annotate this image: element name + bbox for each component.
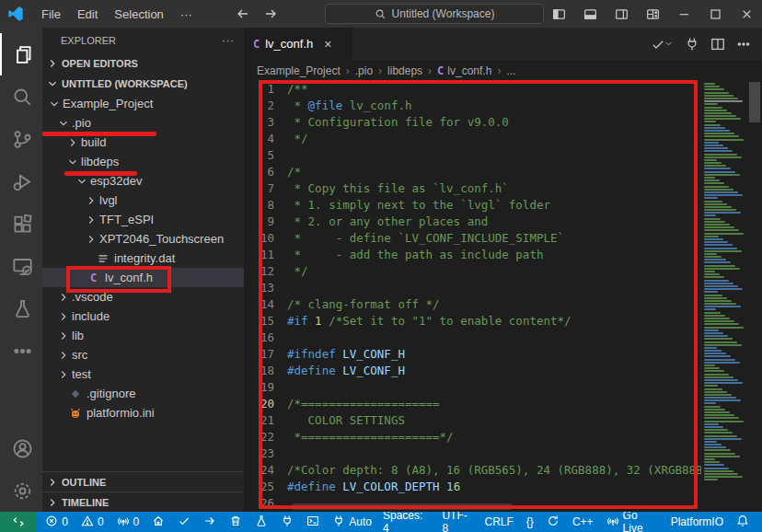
- minimap-line: [704, 456, 740, 457]
- status-eol[interactable]: CRLF: [479, 512, 519, 532]
- activity-extensions[interactable]: [0, 202, 42, 245]
- breadcrumb-item[interactable]: ...: [506, 64, 515, 77]
- plug-icon[interactable]: [685, 37, 699, 52]
- section-workspace[interactable]: UNTITLED (WORKSPACE): [42, 74, 244, 94]
- tree-item-tft-espi[interactable]: TFT_eSPI: [42, 210, 244, 229]
- command-center-search[interactable]: Untitled (Workspace): [325, 4, 544, 24]
- section-open-editors[interactable]: OPEN EDITORS: [42, 53, 244, 74]
- minimap-line: [704, 479, 718, 480]
- section-outline[interactable]: OUTLINE: [42, 471, 244, 492]
- arrow-right-icon: [203, 515, 216, 530]
- status-go-live[interactable]: Go Live: [601, 512, 664, 532]
- sidebar-more-actions[interactable]: ···: [222, 35, 235, 46]
- split-editor-icon[interactable]: [710, 37, 725, 52]
- status-pio-build[interactable]: [172, 512, 196, 532]
- close-button[interactable]: [731, 0, 762, 28]
- chevron-right-icon: [57, 291, 70, 304]
- menu-file[interactable]: File: [33, 4, 69, 25]
- tree-item-lv-conf-h[interactable]: Clv_conf.h: [42, 268, 244, 287]
- activity-run-debug[interactable]: [0, 160, 42, 202]
- toggle-sidebar-icon[interactable]: [543, 0, 574, 28]
- status-formatter[interactable]: {}: [521, 512, 539, 532]
- status-port-indicator[interactable]: 0: [111, 512, 145, 532]
- activity-more-views[interactable]: [0, 330, 42, 372]
- activity-settings[interactable]: [0, 469, 42, 512]
- status-pio-terminal[interactable]: [301, 512, 325, 532]
- minimap-line: [704, 177, 715, 179]
- tree-item-esp32dev[interactable]: esp32dev: [42, 171, 244, 191]
- minimap-line: [704, 441, 717, 443]
- tree-item-example-project[interactable]: Example_Project: [42, 94, 244, 113]
- section-timeline[interactable]: TIMELINE: [42, 492, 244, 512]
- status-errors[interactable]: 0: [40, 512, 74, 532]
- status-intellisense-sync[interactable]: [541, 512, 565, 532]
- minimap-line: [704, 209, 736, 211]
- code-line-19: 19: [244, 379, 701, 396]
- minimap-line: [704, 236, 719, 237]
- code-text: #define LV_COLOR_DEPTH 16: [287, 479, 460, 495]
- c-file-icon: C: [87, 271, 100, 284]
- customize-layout-icon[interactable]: [637, 0, 668, 28]
- toggle-panel-icon[interactable]: [574, 0, 606, 28]
- status-notifications[interactable]: [731, 512, 755, 532]
- vertical-scrollbar[interactable]: [747, 81, 762, 512]
- tree-item-include[interactable]: include: [42, 306, 244, 326]
- status-encoding[interactable]: UTF-8: [436, 512, 477, 532]
- activity-platformio-test[interactable]: [0, 287, 42, 330]
- status-language-mode[interactable]: C++: [567, 512, 599, 532]
- status-pio-clean[interactable]: [224, 512, 248, 532]
- minimap-line: [704, 285, 738, 287]
- tree-item-lvgl[interactable]: lvgl: [42, 191, 244, 210]
- menu-selection[interactable]: Selection: [106, 4, 171, 25]
- minimize-button[interactable]: [668, 0, 699, 28]
- back-arrow-icon[interactable]: [236, 6, 250, 21]
- breadcrumb-item[interactable]: .pio: [355, 64, 373, 77]
- status-pio-test[interactable]: [249, 512, 273, 532]
- tree-item-platformio-ini[interactable]: platformio.ini: [42, 403, 244, 422]
- status-warnings[interactable]: 0: [75, 512, 110, 532]
- tree-item-integrity-dat[interactable]: integrity.dat: [42, 249, 244, 268]
- chevron-right-icon: [57, 330, 70, 342]
- tree-item--gitignore[interactable]: .gitignore: [42, 384, 244, 403]
- tree-item--vscode[interactable]: .vscode: [42, 287, 244, 306]
- tree-item-build[interactable]: build: [42, 133, 244, 152]
- breadcrumb-item[interactable]: libdeps: [387, 64, 422, 77]
- line-number: 15: [244, 313, 287, 330]
- status-remote-indicator[interactable]: [0, 512, 36, 532]
- tree-item-libdeps[interactable]: libdeps: [42, 152, 244, 171]
- toggle-secondary-sidebar-icon[interactable]: [606, 0, 637, 28]
- tree-item--pio[interactable]: .pio: [42, 113, 244, 133]
- status-platformio[interactable]: PlatformIO: [665, 512, 729, 532]
- activity-account[interactable]: [0, 427, 42, 469]
- section-label: OUTLINE: [62, 477, 106, 488]
- code-area[interactable]: 1/**2 * @file lv_conf.h3 * Configuration…: [244, 81, 762, 512]
- forward-arrow-icon[interactable]: [263, 6, 278, 21]
- status-indentation[interactable]: Spaces: 4: [377, 512, 434, 532]
- minimap-line: [704, 107, 722, 109]
- activity-explorer[interactable]: [0, 33, 42, 75]
- activity-remote-explorer[interactable]: [0, 245, 42, 287]
- scrollbar-thumb[interactable]: [749, 82, 760, 122]
- tree-item-lib[interactable]: lib: [42, 326, 244, 345]
- status-pio-home[interactable]: [146, 512, 170, 532]
- close-icon[interactable]: ×: [324, 37, 331, 52]
- maximize-button[interactable]: [699, 0, 731, 28]
- tree-item-xpt2046-touchscreen[interactable]: XPT2046_Touchscreen: [42, 229, 244, 249]
- menu-[interactable]: ···: [172, 4, 201, 25]
- activity-source-control[interactable]: [0, 118, 42, 160]
- horizontal-scrollbar[interactable]: [292, 503, 513, 510]
- run-check-icon[interactable]: [651, 36, 674, 52]
- menu-edit[interactable]: Edit: [69, 4, 106, 25]
- status-pio-upload[interactable]: [198, 512, 222, 532]
- tree-item-src[interactable]: src: [42, 345, 244, 364]
- tab-lv-conf-h[interactable]: C lv_conf.h ×: [244, 28, 352, 60]
- more-actions-icon[interactable]: [736, 37, 751, 52]
- tree-item-test[interactable]: test: [42, 364, 244, 384]
- minimap[interactable]: [701, 81, 747, 512]
- chevron-right-icon: [46, 57, 59, 70]
- breadcrumb-item[interactable]: Clv_conf.h: [437, 64, 491, 77]
- activity-search[interactable]: [0, 75, 42, 118]
- status-pio-serial-monitor[interactable]: [275, 512, 299, 532]
- breadcrumb-item[interactable]: Example_Project: [257, 64, 341, 77]
- status-pio-port-auto[interactable]: Auto: [327, 512, 377, 532]
